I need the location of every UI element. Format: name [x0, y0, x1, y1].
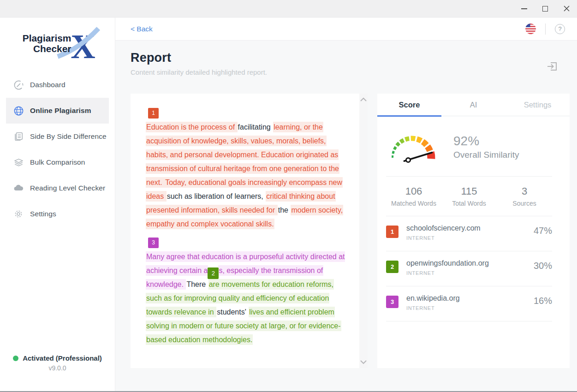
source-domain[interactable]: schoolofsciencery.com [406, 224, 481, 232]
back-button[interactable]: < Back [131, 25, 153, 33]
tab-score[interactable]: Score [377, 94, 441, 116]
source-number-badge: 3 [386, 296, 399, 308]
source-percent: 30% [534, 259, 552, 271]
export-report-button[interactable] [547, 61, 558, 72]
close-button[interactable] [556, 0, 577, 18]
divider [386, 321, 552, 321]
stat-label: Total Words [441, 200, 497, 207]
plain-text: such as liberation of learners, [167, 191, 266, 202]
source-match-badge-inline[interactable]: 2 [208, 267, 219, 279]
logo-line1: Plagiarism [22, 33, 71, 43]
badge-row: 1 [146, 106, 348, 118]
export-icon [547, 61, 558, 72]
tab-settings[interactable]: Settings [506, 94, 570, 116]
stat-matched-words: 106Matched Words [386, 185, 441, 207]
document-panel: 1Education is the process of facilitatin… [131, 94, 368, 368]
gear-icon [13, 208, 24, 220]
matched-text-highlight[interactable]: Education is the process of [146, 122, 238, 132]
similarity-gauge-icon [385, 128, 443, 165]
maximize-icon [542, 6, 548, 12]
sidebar-item-label: Dashboard [30, 81, 65, 89]
minimize-icon [521, 8, 527, 9]
window-titlebar [0, 0, 577, 18]
plain-text: students' [216, 307, 249, 317]
highlighted-document: 1Education is the process of facilitatin… [131, 94, 359, 356]
overall-similarity-percent: 92% [453, 134, 519, 148]
help-button[interactable]: ? [555, 24, 565, 34]
source-domain[interactable]: openwingsfoundation.org [406, 259, 489, 267]
document-scrollbar[interactable] [359, 94, 368, 368]
close-icon [564, 6, 570, 12]
source-domain[interactable]: en.wikipedia.org [406, 294, 460, 303]
activation-label: Activated (Professional) [23, 354, 102, 362]
source-row[interactable]: 2openwingsfoundation.orgINTERNET30% [377, 251, 570, 286]
app-window: X Plagiarism Checker DashboardOnline Pla… [0, 0, 577, 392]
source-percent: 16% [534, 294, 552, 306]
overall-similarity-label: Overall Similarity [453, 150, 519, 160]
sidebar-item-label: Side By Side Difference [30, 132, 107, 141]
plain-text: facilitating [238, 122, 274, 132]
page-title: Report [131, 51, 577, 65]
sidebar-item-side-by-side-difference[interactable]: Side By Side Difference [6, 124, 109, 149]
score-panel: ScoreAISettings 92% Overall Similarity 1… [377, 94, 570, 368]
dashboard-gauge-icon [13, 79, 24, 90]
scroll-up-icon[interactable] [360, 97, 367, 102]
stat-label: Sources [497, 200, 552, 207]
overall-similarity-block: 92% Overall Similarity [377, 116, 570, 176]
plain-text: the [278, 205, 291, 215]
layers-icon [13, 157, 24, 168]
globe-icon [13, 105, 24, 116]
source-info: schoolofsciencery.comINTERNET [406, 224, 481, 241]
minimize-button[interactable] [513, 0, 535, 18]
stat-value: 115 [441, 185, 497, 197]
maximize-button[interactable] [535, 0, 556, 18]
report-header: Report Content similarity detailed highl… [115, 41, 577, 76]
source-type: INTERNET [406, 235, 481, 241]
sidebar-item-label: Online Plagiarism [30, 107, 91, 115]
logo-line2: Checker [33, 43, 71, 54]
source-match-badge[interactable]: 1 [148, 108, 159, 119]
source-row[interactable]: 1schoolofsciencery.comINTERNET47% [377, 216, 570, 251]
sidebar-item-label: Bulk Comparison [30, 158, 85, 166]
sidebar-item-label: Settings [30, 210, 56, 218]
sidebar-item-online-plagiarism[interactable]: Online Plagiarism [6, 98, 109, 124]
stat-sources: 3Sources [497, 185, 552, 207]
stat-label: Matched Words [386, 200, 441, 207]
stat-value: 3 [497, 185, 552, 197]
topbar-divider [545, 24, 546, 35]
source-number-badge: 2 [386, 261, 399, 273]
sidebar: X Plagiarism Checker DashboardOnline Pla… [0, 18, 115, 391]
tab-ai[interactable]: AI [441, 94, 506, 116]
side-by-side-icon [13, 131, 24, 142]
app-logo: X Plagiarism Checker [0, 18, 115, 62]
page-subtitle: Content similarity detailed highlighted … [131, 68, 577, 76]
source-info: openwingsfoundation.orgINTERNET [406, 259, 489, 276]
sidebar-nav: DashboardOnline PlagiarismSide By Side D… [0, 72, 115, 227]
source-number-badge: 1 [386, 226, 399, 238]
language-flag-button[interactable] [525, 24, 536, 34]
sidebar-item-reading-level-checker[interactable]: Reading Level Checker [6, 175, 109, 201]
source-info: en.wikipedia.orgINTERNET [406, 294, 460, 311]
stats-row: 106Matched Words115Total Words3Sources [377, 177, 570, 216]
source-type: INTERNET [406, 305, 460, 311]
cloud-icon [13, 183, 24, 194]
sidebar-item-label: Reading Level Checker [30, 184, 105, 192]
question-icon: ? [558, 25, 561, 32]
stat-value: 106 [386, 185, 441, 197]
us-flag-icon [525, 24, 536, 34]
source-match-badge[interactable]: 3 [148, 238, 159, 248]
version-label: v9.0.0 [0, 364, 115, 372]
badge-row: 3 [146, 235, 348, 248]
scroll-down-icon[interactable] [360, 360, 367, 364]
source-row[interactable]: 3en.wikipedia.orgINTERNET16% [377, 286, 570, 321]
source-type: INTERNET [406, 270, 489, 276]
sidebar-item-settings[interactable]: Settings [6, 201, 109, 227]
sidebar-item-bulk-comparison[interactable]: Bulk Comparison [6, 149, 109, 175]
document-paragraph: 3Many agree that education is a purposef… [146, 235, 348, 347]
topbar: < Back ? [115, 18, 577, 41]
stat-total-words: 115Total Words [441, 185, 497, 207]
activation-status: Activated (Professional) v9.0.0 [0, 354, 115, 372]
document-paragraph: 1Education is the process of facilitatin… [146, 106, 348, 231]
sidebar-item-dashboard[interactable]: Dashboard [6, 72, 109, 98]
plain-text: There [186, 279, 208, 290]
